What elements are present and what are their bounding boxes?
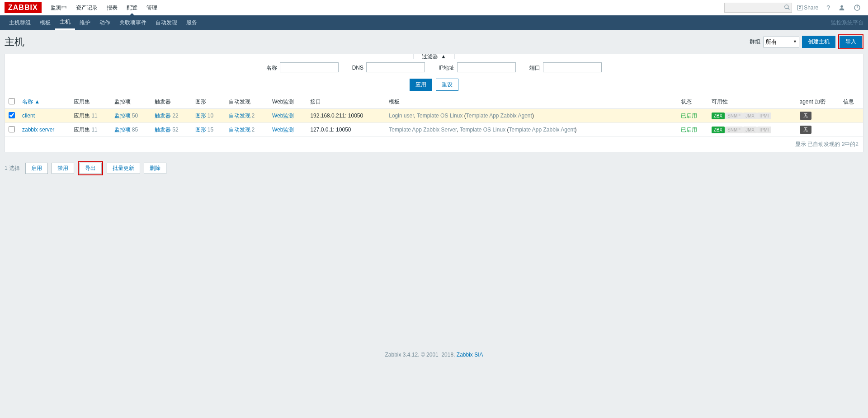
create-host-button[interactable]: 创建主机 — [802, 36, 835, 48]
avail-badge-ipmi: IPMI — [757, 113, 771, 119]
filter-ip-input[interactable] — [457, 62, 516, 72]
page-title: 主机 — [5, 35, 24, 49]
template-link[interactable]: Template App Zabbix Server — [389, 127, 457, 133]
web-link[interactable]: Web监测 — [272, 127, 294, 133]
status-link[interactable]: 已启用 — [681, 113, 697, 119]
group-select[interactable]: 所有 — [763, 37, 799, 47]
subnav-correlation[interactable]: 关联项事件 — [115, 15, 151, 30]
hosts-table: 名称 ▲ 应用集 监控项 触发器 图形 自动发现 Web监测 接口 模板 状态 … — [5, 95, 863, 137]
col-info: 信息 — [840, 95, 863, 109]
col-apps[interactable]: 应用集 — [70, 95, 110, 109]
host-link[interactable]: zabbix server — [22, 127, 54, 133]
items-link[interactable]: 监控项 — [114, 113, 131, 119]
svg-point-0 — [784, 5, 788, 8]
import-button[interactable]: 导入 — [840, 36, 862, 48]
discovery-link[interactable]: 自动发现 — [229, 127, 250, 133]
items-link[interactable]: 监控项 — [114, 127, 131, 133]
col-status[interactable]: 状态 — [677, 95, 708, 109]
col-templates: 模板 — [385, 95, 677, 109]
select-all-checkbox[interactable] — [9, 98, 15, 104]
template-link[interactable]: Template App Zabbix Agent — [509, 127, 575, 133]
templates-cell: Template App Zabbix Server, Template OS … — [385, 123, 677, 137]
import-highlight: 导入 — [838, 34, 863, 49]
subnav-hostgroups[interactable]: 主机群组 — [5, 15, 35, 30]
logout-icon[interactable] — [851, 4, 863, 11]
col-graphs[interactable]: 图形 — [192, 95, 225, 109]
row-checkbox[interactable] — [9, 126, 15, 132]
template-link[interactable]: Login user — [389, 113, 414, 119]
filter-name-input[interactable] — [280, 62, 339, 72]
main-panel: 过滤器 ▲ 名称 DNS IP地址 端口 应用 重设 名称 ▲ 应用集 监控项 … — [5, 54, 863, 152]
logo[interactable]: ZABBIX — [5, 2, 42, 13]
apps-link[interactable]: 应用集 — [74, 113, 90, 119]
col-iface: 接口 — [307, 95, 385, 109]
subnav-actions[interactable]: 动作 — [95, 15, 115, 30]
subnav-maintenance[interactable]: 维护 — [75, 15, 95, 30]
help-icon[interactable]: ? — [824, 4, 833, 11]
bulk-actions: 1 选择 启用 禁用 导出 批量更新 删除 — [0, 157, 868, 180]
template-link[interactable]: Template OS Linux — [417, 113, 462, 119]
group-label: 群组 — [750, 38, 760, 46]
host-link[interactable]: client — [22, 113, 35, 119]
sub-nav: 主机群组 模板 主机 维护 动作 关联项事件 自动发现 服务 监控系统平台 — [0, 15, 868, 30]
filter-apply-button[interactable]: 应用 — [410, 79, 432, 91]
web-link[interactable]: Web监测 — [272, 113, 294, 119]
col-discovery[interactable]: 自动发现 — [225, 95, 269, 109]
triggers-link[interactable]: 触发器 — [155, 113, 171, 119]
filter-reset-button[interactable]: 重设 — [436, 79, 458, 91]
row-checkbox[interactable] — [9, 112, 15, 118]
topnav-configuration[interactable]: 配置 — [122, 0, 142, 15]
bulk-massupdate-button[interactable]: 批量更新 — [107, 163, 140, 174]
template-link[interactable]: Template OS Linux — [460, 127, 505, 133]
search-icon[interactable] — [784, 4, 790, 10]
bulk-disable-button[interactable]: 禁用 — [52, 163, 74, 174]
topnav-admin[interactable]: 管理 — [142, 0, 162, 15]
subnav-hosts[interactable]: 主机 — [55, 15, 75, 30]
col-triggers[interactable]: 触发器 — [151, 95, 191, 109]
col-encrypt: agent 加密 — [796, 95, 840, 109]
templates-cell: Login user, Template OS Linux (Template … — [385, 109, 677, 123]
topnav-inventory[interactable]: 资产记录 — [71, 0, 102, 15]
bulk-enable-button[interactable]: 启用 — [25, 163, 48, 174]
subnav-services[interactable]: 服务 — [182, 15, 202, 30]
page-header: 主机 群组 所有 创建主机 导入 — [0, 30, 868, 54]
col-items[interactable]: 监控项 — [111, 95, 151, 109]
status-link[interactable]: 已启用 — [681, 127, 697, 133]
apps-link[interactable]: 应用集 — [74, 127, 90, 133]
col-avail: 可用性 — [708, 95, 796, 109]
subnav-templates[interactable]: 模板 — [35, 15, 55, 30]
filter-dns-input[interactable] — [366, 62, 425, 72]
template-link[interactable]: Template App Zabbix Agent — [466, 113, 532, 119]
search-wrap — [724, 3, 792, 13]
search-input[interactable] — [724, 3, 792, 13]
filter-tab-label: 过滤器 — [422, 53, 438, 61]
avail-badge-ipmi: IPMI — [757, 127, 771, 133]
avail-cell: ZBXSNMPJMXIPMI — [708, 109, 796, 123]
bulk-delete-button[interactable]: 删除 — [144, 163, 166, 174]
bulk-export-button[interactable]: 导出 — [79, 163, 102, 174]
share-button[interactable]: ZShare — [795, 5, 821, 11]
triggers-link[interactable]: 触发器 — [155, 127, 171, 133]
info-cell — [840, 109, 863, 123]
filter-port-input[interactable] — [543, 62, 602, 72]
encrypt-badge: 无 — [800, 112, 811, 120]
subnav-discovery[interactable]: 自动发现 — [151, 15, 182, 30]
filter-ip-label: IP地址 — [439, 65, 454, 71]
avail-badge-snmp: SNMP — [725, 127, 743, 133]
col-web[interactable]: Web监测 — [269, 95, 307, 109]
graphs-link[interactable]: 图形 — [195, 113, 206, 119]
graphs-link[interactable]: 图形 — [195, 127, 206, 133]
footer-link[interactable]: Zabbix SIA — [457, 352, 483, 358]
topnav-monitoring[interactable]: 监测中 — [46, 0, 71, 15]
filter-body: 名称 DNS IP地址 端口 应用 重设 — [5, 54, 863, 95]
chevron-up-icon: ▲ — [441, 53, 446, 60]
table-row: client应用集11监控项50触发器22图形10自动发现2Web监测192.1… — [5, 109, 863, 123]
filter-tab[interactable]: 过滤器 ▲ — [413, 54, 455, 59]
topnav-reports[interactable]: 报表 — [102, 0, 122, 15]
info-cell — [840, 123, 863, 137]
col-name[interactable]: 名称 ▲ — [22, 99, 40, 105]
user-icon[interactable] — [835, 4, 848, 11]
avail-cell: ZBXSNMPJMXIPMI — [708, 123, 796, 137]
page-footer: Zabbix 3.4.12. © 2001–2018, Zabbix SIA — [0, 347, 868, 362]
discovery-link[interactable]: 自动发现 — [229, 113, 250, 119]
